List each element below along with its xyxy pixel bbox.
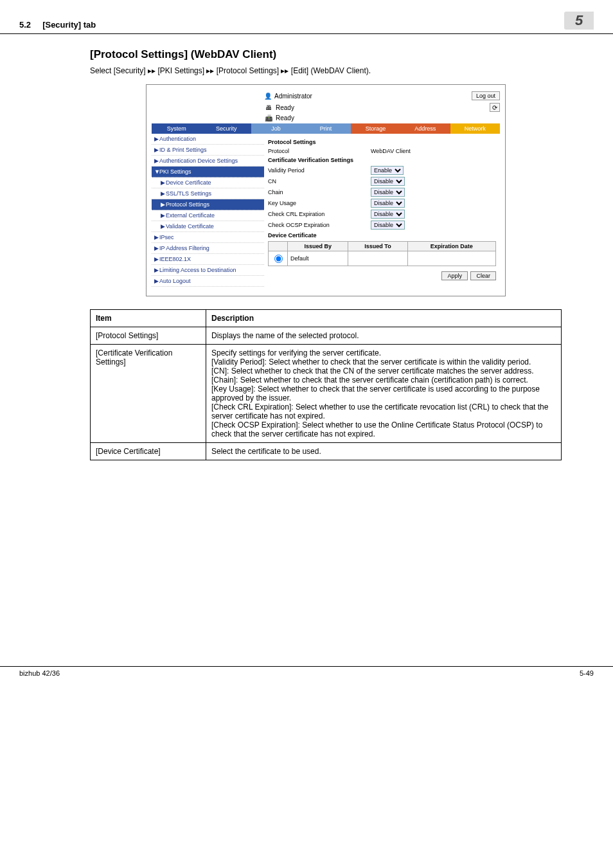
tab-security[interactable]: Security: [201, 123, 251, 134]
sidebar-item-pki-settings[interactable]: ▼PKI Settings: [152, 167, 264, 177]
intro-part-d: [Edit] (WebDAV Client).: [289, 66, 371, 75]
page-title: [Protocol Settings] (WebDAV Client): [90, 48, 562, 61]
validity-period-select[interactable]: Enable: [371, 166, 404, 175]
sidebar-item-label: IPsec: [159, 234, 174, 240]
admin-text: Administrator: [274, 93, 312, 100]
sidebar-item-ipsec[interactable]: ▶IPsec: [152, 232, 264, 243]
cert-default-label: Default: [288, 251, 348, 266]
key-usage-label: Key Usage: [268, 200, 371, 206]
breadcrumb-sep: ▸▸: [281, 66, 289, 75]
check-ocsp-label: Check OCSP Expiration: [268, 222, 371, 228]
breadcrumb-sep: ▸▸: [206, 66, 214, 75]
sidebar-item-label: Authentication: [159, 136, 196, 142]
protocol-settings-heading: Protocol Settings: [268, 139, 496, 145]
col-description: Description: [206, 310, 562, 327]
col-expiration-date: Expiration Date: [407, 242, 495, 251]
section-title: [Security] tab: [42, 20, 96, 30]
chain-label: Chain: [268, 189, 371, 195]
sidebar-item-external-cert[interactable]: ▶External Certificate: [152, 210, 264, 221]
cert-verification-heading: Certificate Verification Settings: [268, 157, 496, 163]
clear-button[interactable]: Clear: [470, 271, 496, 280]
row-desc: Displays the name of the selected protoc…: [206, 327, 562, 345]
sidebar-item-label: Validate Certificate: [166, 223, 214, 230]
user-icon: 👤: [264, 93, 272, 100]
col-issued-by: Issued By: [288, 242, 348, 251]
sidebar-item-label: IP Address Filtering: [159, 245, 209, 251]
sidebar-item-ieee[interactable]: ▶IEEE802.1X: [152, 254, 264, 265]
validity-period-label: Validity Period: [268, 167, 371, 174]
device-certificate-table: Issued By Issued To Expiration Date Defa…: [268, 241, 496, 266]
logout-button[interactable]: Log out: [472, 91, 500, 100]
col-item: Item: [91, 310, 206, 327]
ready-label-1: Ready: [276, 104, 294, 111]
check-crl-label: Check CRL Expiration: [268, 211, 371, 217]
sidebar-item-label: IEEE802.1X: [159, 256, 191, 262]
tab-system[interactable]: System: [152, 123, 201, 134]
row-desc: Select the certificate to be used.: [206, 443, 562, 460]
intro-part-a: Select [Security]: [90, 66, 148, 75]
protocol-label: Protocol: [268, 148, 371, 154]
sidebar-item-label: Protocol Settings: [166, 201, 209, 208]
section-number: 5.2: [19, 20, 31, 30]
apply-button[interactable]: Apply: [441, 271, 468, 280]
sidebar-item-label: Authentication Device Settings: [159, 158, 238, 164]
sidebar-item-label: Auto Logout: [159, 278, 191, 284]
sidebar-item-limiting[interactable]: ▶Limiting Access to Destination: [152, 265, 264, 276]
main-panel: Protocol Settings Protocol WebDAV Client…: [264, 134, 500, 287]
table-row: [Protocol Settings] Displays the name of…: [91, 327, 562, 345]
check-crl-select[interactable]: Disable: [371, 210, 405, 219]
sidebar-item-ssl-tls[interactable]: ▶SSL/TLS Settings: [152, 188, 264, 199]
tab-address[interactable]: Address: [400, 123, 450, 134]
check-ocsp-select[interactable]: Disable: [371, 221, 405, 230]
sidebar-item-id-print[interactable]: ▶ID & Print Settings: [152, 145, 264, 156]
scanner-ready-icon: 📠: [264, 113, 273, 122]
intro-text: Select [Security] ▸▸ [PKI Settings] ▸▸ […: [90, 66, 562, 75]
sidebar-item-label: ID & Print Settings: [159, 147, 207, 153]
tab-print[interactable]: Print: [301, 123, 350, 134]
footer-left: bizhub 42/36: [19, 669, 580, 677]
protocol-value: WebDAV Client: [371, 148, 411, 154]
sidebar-item-authentication[interactable]: ▶Authentication: [152, 134, 264, 145]
sidebar-item-label: PKI Settings: [159, 168, 191, 175]
ready-label-2: Ready: [276, 114, 294, 122]
page-header-left: 5.2 [Security] tab: [19, 20, 564, 30]
sidebar-item-label: Device Certificate: [166, 179, 211, 186]
breadcrumb-sep: ▸▸: [148, 66, 155, 75]
table-row: [Device Certificate] Select the certific…: [91, 443, 562, 460]
tab-job[interactable]: Job: [251, 123, 301, 134]
table-row: [Certificate Verification Settings] Spec…: [91, 345, 562, 443]
sidebar-item-label: External Certificate: [166, 212, 215, 219]
printer-ready-icon: 🖶: [264, 103, 273, 112]
footer-right: 5-49: [580, 669, 594, 677]
intro-part-c: [Protocol Settings]: [214, 66, 281, 75]
cert-radio[interactable]: [274, 255, 283, 263]
admin-console-screenshot: 👤 Administrator Log out 🖶 Ready ⟳ 📠 Read…: [146, 84, 506, 296]
sidebar-item-label: Limiting Access to Destination: [159, 267, 236, 273]
sidebar-item-device-cert[interactable]: ▶Device Certificate: [152, 177, 264, 188]
tab-network[interactable]: Network: [450, 123, 500, 134]
row-desc: Specify settings for verifying the serve…: [206, 345, 562, 443]
sidebar-item-ip-filter[interactable]: ▶IP Address Filtering: [152, 243, 264, 254]
row-item: [Device Certificate]: [91, 443, 206, 460]
chain-select[interactable]: Disable: [371, 188, 405, 197]
chapter-badge: 5: [564, 12, 594, 30]
cn-select[interactable]: Disable: [371, 177, 405, 186]
device-certificate-heading: Device Certificate: [268, 232, 496, 239]
sidebar-item-validate-cert[interactable]: ▶Validate Certificate: [152, 221, 264, 232]
tab-storage[interactable]: Storage: [351, 123, 400, 134]
sidebar: ▶Authentication ▶ID & Print Settings ▶Au…: [152, 134, 264, 287]
refresh-icon[interactable]: ⟳: [490, 103, 500, 112]
top-tabs: System Security Job Print Storage Addres…: [152, 123, 500, 134]
row-item: [Certificate Verification Settings]: [91, 345, 206, 443]
sidebar-item-auth-device[interactable]: ▶Authentication Device Settings: [152, 156, 264, 167]
sidebar-item-protocol-settings[interactable]: ▶Protocol Settings: [152, 199, 264, 210]
key-usage-select[interactable]: Disable: [371, 199, 405, 208]
sidebar-item-auto-logout[interactable]: ▶Auto Logout: [152, 276, 264, 287]
description-table: Item Description [Protocol Settings] Dis…: [90, 309, 562, 460]
table-row: Default: [269, 251, 496, 266]
row-item: [Protocol Settings]: [91, 327, 206, 345]
col-issued-to: Issued To: [348, 242, 407, 251]
cn-label: CN: [268, 178, 371, 185]
admin-label: 👤 Administrator: [264, 93, 472, 100]
sidebar-item-label: SSL/TLS Settings: [166, 190, 211, 197]
